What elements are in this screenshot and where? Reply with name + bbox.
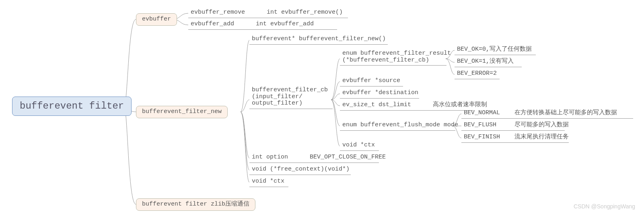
int-option-label: int option bbox=[252, 154, 288, 161]
evbuffer-remove-label: evbuffer_remove bbox=[191, 9, 245, 16]
bev-normal-note: 在方便转换基础上尽可能多的写入数据 bbox=[514, 109, 617, 116]
leaf-void-ctx-outer: void *ctx bbox=[249, 177, 288, 187]
leaf-bev-flush: BEV_FLUSH 尽可能多的写入数据 bbox=[461, 121, 565, 131]
evbuffer-add-label: evbuffer_add bbox=[191, 21, 234, 27]
leaf-dst-limit: ev_size_t dst_limit 高水位或者速率限制 bbox=[340, 101, 473, 111]
leaf-bev-ok1: BEV_OK=1,没有写入 bbox=[455, 57, 522, 67]
bev-flush-label: BEV_FLUSH bbox=[464, 121, 496, 128]
leaf-bev-finish: BEV_FINISH 流末尾执行清理任务 bbox=[461, 133, 569, 143]
dst-limit-label: ev_size_t dst_limit bbox=[342, 101, 411, 108]
node-evbuffer: evbuffer bbox=[136, 13, 177, 26]
leaf-evbuffer-destination: evbuffer *destination bbox=[340, 89, 419, 99]
watermark: CSDN @SongpingWang bbox=[574, 203, 635, 210]
leaf-filter-new-sig: bufferevent* bufferevent_filter_new() bbox=[249, 35, 388, 45]
evbuffer-add-sig: int evbuffer_add bbox=[256, 21, 314, 27]
leaf-evbuffer-remove: evbuffer_remove int evbuffer_remove() bbox=[188, 8, 348, 18]
leaf-free-context: void (*free_context)(void*) bbox=[249, 165, 351, 175]
bev-finish-note: 流末尾执行清理任务 bbox=[514, 134, 569, 140]
node-zlib: bufferevent filter zlib压缩通信 bbox=[136, 198, 255, 211]
leaf-filter-cb: bufferevent_filter_cb (input_filter/ out… bbox=[249, 86, 333, 109]
node-filter-new: bufferevent_filter_new bbox=[136, 106, 228, 118]
leaf-enum-result: enum bufferevent_filter_result (*buffere… bbox=[340, 49, 446, 66]
leaf-bev-normal: BEV_NORMAL 在方便转换基础上尽可能多的写入数据 bbox=[461, 109, 633, 119]
leaf-evbuffer-source: evbuffer *source bbox=[340, 76, 403, 86]
dst-limit-note: 高水位或者速率限制 bbox=[433, 101, 487, 108]
leaf-bev-ok0: BEV_OK=0,写入了任何数据 bbox=[455, 45, 536, 55]
bev-finish-label: BEV_FINISH bbox=[464, 134, 500, 140]
root-node: bufferevent filter bbox=[12, 97, 132, 116]
leaf-evbuffer-add: evbuffer_add int evbuffer_add bbox=[188, 20, 337, 30]
leaf-flush-mode: enum bufferevent_flush_mode mode bbox=[340, 121, 455, 131]
evbuffer-remove-sig: int evbuffer_remove() bbox=[267, 9, 343, 16]
leaf-void-ctx-inner: void *ctx bbox=[340, 141, 379, 151]
leaf-bev-error: BEV_ERROR=2 bbox=[455, 69, 500, 79]
bev-flush-note: 尽可能多的写入数据 bbox=[514, 121, 569, 128]
leaf-int-option: int option BEV_OPT_CLOSE_ON_FREE bbox=[249, 153, 379, 163]
bev-normal-label: BEV_NORMAL bbox=[464, 109, 500, 116]
int-option-note: BEV_OPT_CLOSE_ON_FREE bbox=[310, 154, 386, 161]
